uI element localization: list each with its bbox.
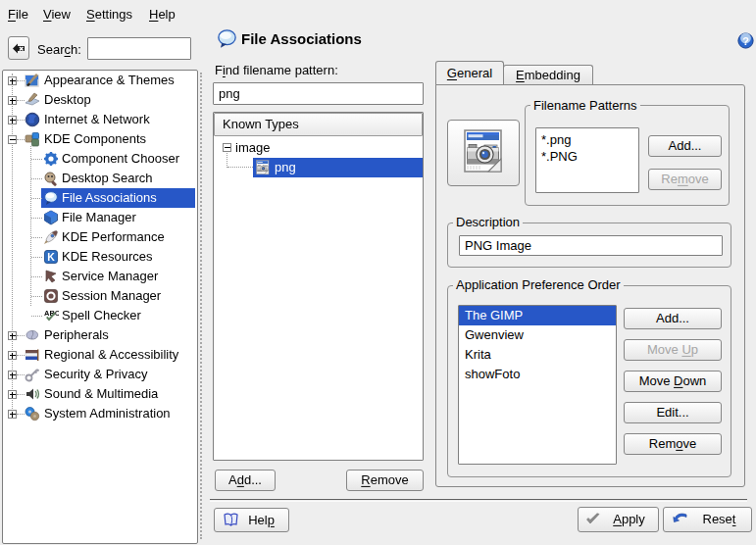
svg-text:K: K — [47, 251, 55, 263]
svg-text:?: ? — [742, 35, 749, 47]
